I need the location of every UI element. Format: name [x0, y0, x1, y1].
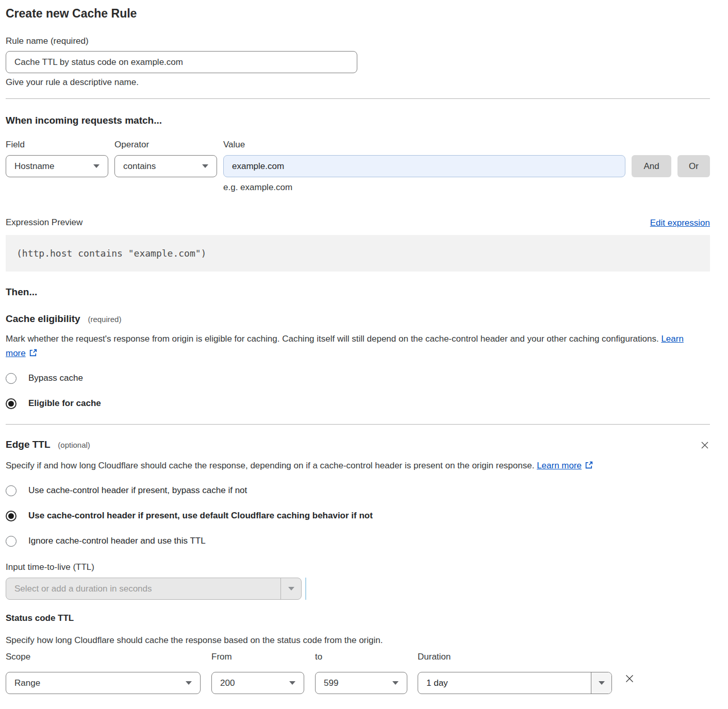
- field-label: Field: [6, 139, 108, 150]
- status-code-ttl-heading: Status code TTL: [6, 613, 710, 624]
- radio-unselected-icon[interactable]: [6, 373, 16, 384]
- operator-label: Operator: [114, 139, 217, 150]
- eligible-for-cache-option[interactable]: Eligible for cache: [6, 398, 710, 409]
- duration-dropdown-button[interactable]: [591, 672, 611, 694]
- chevron-down-icon: [288, 587, 294, 590]
- remove-status-ttl-icon[interactable]: [624, 667, 635, 689]
- scope-select[interactable]: Range: [6, 672, 201, 694]
- chevron-down-icon: [202, 164, 208, 168]
- edge-ttl-option-default[interactable]: Use cache-control header if present, use…: [6, 510, 710, 521]
- chevron-down-icon: [392, 681, 399, 685]
- edge-ttl-description: Specify if and how long Cloudflare shoul…: [6, 459, 691, 474]
- expression-preview-label: Expression Preview: [6, 217, 82, 228]
- chevron-down-icon: [289, 681, 295, 685]
- value-helper: e.g. example.com: [223, 182, 625, 193]
- field-select[interactable]: Hostname: [6, 155, 108, 177]
- chevron-down-icon: [93, 164, 100, 168]
- status-code-ttl-description: Specify how long Cloudflare should cache…: [6, 633, 691, 648]
- cache-eligibility-description: Mark whether the request's response from…: [6, 332, 691, 362]
- and-button[interactable]: And: [632, 155, 671, 177]
- external-link-icon: [29, 347, 38, 362]
- rule-name-input[interactable]: [6, 51, 357, 73]
- bypass-cache-option[interactable]: Bypass cache: [6, 373, 710, 384]
- external-link-icon: [585, 460, 593, 474]
- page-title: Create new Cache Rule: [6, 6, 710, 21]
- value-label: Value: [223, 139, 625, 150]
- chevron-down-icon: [186, 681, 192, 685]
- radio-selected-icon[interactable]: [6, 511, 16, 521]
- then-heading: Then...: [6, 286, 710, 298]
- match-section-heading: When incoming requests match...: [6, 114, 710, 127]
- radio-selected-icon[interactable]: [6, 398, 16, 409]
- status-code-ttl-row: Scope Range From 200 to 599 Duration 1 d…: [6, 651, 710, 694]
- from-label: From: [211, 651, 304, 663]
- field-select-value: Hostname: [14, 161, 54, 172]
- operator-select-value: contains: [123, 161, 156, 172]
- edge-ttl-description-text: Specify if and how long Cloudflare shoul…: [6, 461, 534, 470]
- edge-ttl-option-bypass-label[interactable]: Use cache-control header if present, byp…: [28, 485, 247, 496]
- ttl-input-label: Input time-to-live (TTL): [6, 562, 710, 573]
- cache-eligibility-description-text: Mark whether the request's response from…: [6, 334, 659, 344]
- expression-preview-code: (http.host contains "example.com"): [6, 235, 710, 272]
- text-caret: [305, 578, 306, 600]
- rule-name-label: Rule name (required): [6, 36, 710, 47]
- duration-combobox[interactable]: 1 day: [418, 672, 612, 694]
- operator-select[interactable]: contains: [114, 155, 217, 177]
- radio-unselected-icon[interactable]: [6, 536, 16, 547]
- scope-select-value: Range: [14, 678, 40, 688]
- edge-ttl-option-ignore[interactable]: Ignore cache-control header and use this…: [6, 535, 710, 547]
- rule-name-helper: Give your rule a descriptive name.: [6, 77, 710, 88]
- cache-eligibility-heading-row: Cache eligibility (required): [6, 313, 710, 325]
- create-cache-rule-form: Create new Cache Rule Rule name (require…: [0, 0, 728, 694]
- edge-ttl-learn-more-link[interactable]: Learn more: [537, 461, 582, 470]
- match-expression-row: Field Hostname Operator contains Value e…: [6, 139, 710, 193]
- value-input[interactable]: example.com: [223, 155, 625, 177]
- eligible-for-cache-label[interactable]: Eligible for cache: [28, 398, 101, 409]
- edge-ttl-qualifier: (optional): [58, 441, 90, 449]
- bypass-cache-label[interactable]: Bypass cache: [28, 373, 83, 384]
- scope-label: Scope: [6, 651, 201, 663]
- or-button[interactable]: Or: [677, 155, 710, 177]
- ttl-duration-placeholder: Select or add a duration in seconds: [6, 578, 280, 599]
- ttl-duration-dropdown-button[interactable]: [280, 578, 301, 599]
- ttl-duration-select[interactable]: Select or add a duration in seconds: [6, 578, 302, 600]
- edge-ttl-heading: Edge TTL: [6, 439, 51, 450]
- cache-eligibility-heading: Cache eligibility: [6, 313, 80, 324]
- from-select-value: 200: [220, 678, 235, 688]
- divider: [6, 424, 710, 425]
- value-input-text: example.com: [232, 161, 284, 172]
- edit-expression-link[interactable]: Edit expression: [650, 218, 710, 228]
- divider: [6, 98, 710, 99]
- expression-code-text: (http.host contains "example.com"): [16, 248, 206, 259]
- to-select[interactable]: 599: [315, 672, 407, 694]
- edge-ttl-option-bypass[interactable]: Use cache-control header if present, byp…: [6, 485, 710, 496]
- close-edge-ttl-icon[interactable]: [700, 440, 710, 453]
- to-select-value: 599: [324, 678, 338, 688]
- duration-label: Duration: [418, 651, 612, 663]
- to-label: to: [315, 651, 407, 663]
- edge-ttl-option-ignore-label[interactable]: Ignore cache-control header and use this…: [28, 535, 206, 547]
- cache-eligibility-qualifier: (required): [88, 315, 121, 324]
- radio-unselected-icon[interactable]: [6, 485, 16, 496]
- edge-ttl-heading-row: Edge TTL (optional): [6, 438, 90, 451]
- from-select[interactable]: 200: [211, 672, 304, 694]
- duration-value: 1 day: [418, 672, 591, 694]
- edge-ttl-option-default-label[interactable]: Use cache-control header if present, use…: [28, 510, 373, 521]
- chevron-down-icon: [599, 681, 605, 685]
